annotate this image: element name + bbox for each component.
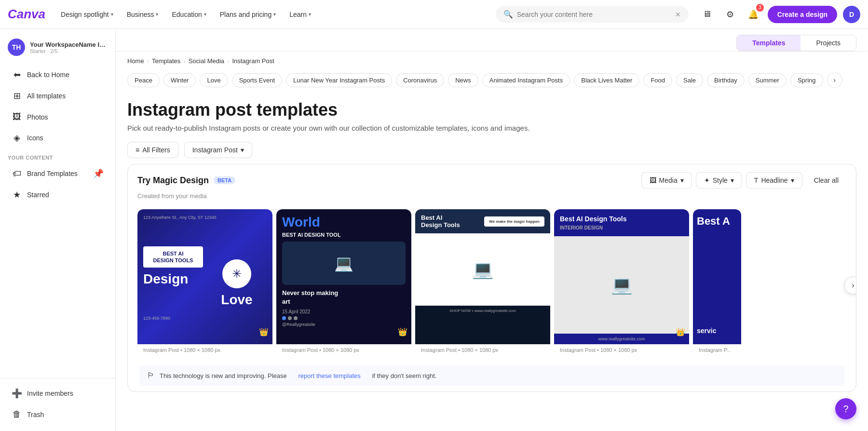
filter-coronavirus[interactable]: Coronavirus — [396, 73, 444, 87]
home-icon: ⬅ — [12, 69, 22, 80]
template-grid-wrapper: 123 Anywhere St., Any City, ST 12345 BES… — [128, 205, 856, 365]
tab-projects[interactable]: Projects — [800, 35, 856, 51]
notification-badge: 3 — [756, 4, 764, 12]
filter-love[interactable]: Love — [200, 73, 228, 87]
magic-design-section: Try Magic Design BETA 🖼 Media ▾ ✦ Style … — [127, 164, 856, 392]
filter-news[interactable]: News — [448, 73, 478, 87]
style-button[interactable]: ✦ Style ▾ — [696, 172, 742, 189]
premium-icon-4: 👑 — [676, 327, 685, 337]
notice-bar: 🏳 This technology is new and improving. … — [139, 365, 844, 386]
breadcrumb-templates[interactable]: Templates — [152, 57, 180, 65]
filter-bar: ≡ All Filters Instagram Post ▾ — [116, 136, 868, 164]
template-card-3[interactable]: Best AIDesign Tools We make the magic ha… — [415, 209, 550, 358]
template-footer-5: Instagram P... — [693, 344, 741, 358]
chevron-down-icon: ▾ — [156, 12, 158, 17]
report-templates-link[interactable]: report these templates — [298, 372, 360, 379]
template-footer-3: Instagram Post • 1080 × 1080 px — [415, 344, 550, 358]
sidebar-user: TH Your WorkspaceName Is ... Starter · 2… — [0, 35, 115, 60]
brand-icon: 🏷 — [12, 169, 22, 179]
beta-badge: BETA — [214, 176, 235, 184]
filter-winter[interactable]: Winter — [163, 73, 196, 87]
filter-sports-event[interactable]: Sports Event — [232, 73, 282, 87]
premium-icon-1: 👑 — [259, 327, 269, 337]
nav-learn[interactable]: Learn ▾ — [284, 8, 317, 21]
template-card-5[interactable]: Best A servic Instagram P... — [693, 209, 741, 358]
filter-food[interactable]: Food — [643, 73, 672, 87]
sidebar-item-icons[interactable]: ◈ Icons — [4, 128, 111, 148]
search-clear-icon[interactable]: ✕ — [675, 11, 681, 18]
filter-sale[interactable]: Sale — [676, 73, 703, 87]
sidebar-item-brand-templates[interactable]: 🏷 Brand Templates 📌 — [4, 163, 111, 184]
clear-all-button[interactable]: Clear all — [806, 173, 846, 188]
nav-business[interactable]: Business ▾ — [121, 8, 164, 21]
search-bar[interactable]: 🔍 ✕ — [496, 6, 689, 23]
monitor-icon[interactable]: 🖥 — [698, 6, 716, 23]
filter-next-button[interactable]: › — [827, 72, 842, 88]
tab-templates[interactable]: Templates — [737, 35, 800, 51]
sliders-icon: ≡ — [136, 146, 139, 154]
filter-summer[interactable]: Summer — [748, 73, 787, 87]
grid-icon[interactable]: ⚙ — [721, 6, 739, 23]
filter-lunar-new-year[interactable]: Lunar New Year Instagram Posts — [286, 73, 392, 87]
template-grid: 123 Anywhere St., Any City, ST 12345 BES… — [128, 205, 856, 365]
sidebar-item-all-templates[interactable]: ⊞ All templates — [4, 86, 111, 106]
create-design-button[interactable]: Create a design — [768, 6, 837, 23]
all-filters-button[interactable]: ≡ All Filters — [127, 142, 178, 158]
breadcrumb-home[interactable]: Home — [127, 57, 144, 65]
toggle-tabs: Templates Projects — [736, 35, 856, 51]
sidebar-item-trash[interactable]: 🗑 Trash — [4, 404, 111, 424]
template-footer-1: Instagram Post • 1080 × 1080 px — [137, 344, 272, 358]
filter-black-lives-matter[interactable]: Black Lives Matter — [574, 73, 639, 87]
chevron-down-icon: ▾ — [241, 146, 244, 154]
filter-peace[interactable]: Peace — [127, 73, 160, 87]
trash-icon: 🗑 — [12, 409, 22, 419]
template-card-1[interactable]: 123 Anywhere St., Any City, ST 12345 BES… — [137, 209, 272, 358]
chevron-down-icon: ▾ — [204, 12, 206, 17]
nav-plans[interactable]: Plans and pricing ▾ — [214, 8, 282, 21]
breadcrumb-social-media[interactable]: Social Media — [189, 57, 224, 65]
info-icon: 🏳 — [147, 371, 155, 380]
search-icon: 🔍 — [503, 10, 513, 19]
template-footer-4: Instagram Post • 1080 × 1080 px — [554, 344, 689, 358]
magic-design-title: Try Magic Design — [137, 175, 209, 186]
content-header-top: Templates Projects — [116, 29, 868, 52]
sidebar-item-invite-members[interactable]: ➕ Invite members — [4, 383, 111, 404]
user-avatar[interactable]: D — [843, 6, 860, 23]
sidebar-item-photos[interactable]: 🖼 Photos — [4, 107, 111, 127]
photos-icon: 🖼 — [12, 112, 22, 122]
media-button[interactable]: 🖼 Media ▾ — [641, 172, 692, 189]
app-layout: TH Your WorkspaceName Is ... Starter · 2… — [0, 29, 868, 431]
user-plan: Starter · 2/5 — [30, 48, 108, 54]
type-filter-button[interactable]: Instagram Post ▾ — [184, 142, 252, 158]
pin-icon: 📌 — [93, 168, 104, 179]
notification-btn[interactable]: 🔔 3 — [745, 6, 762, 23]
sidebar-item-back-to-home[interactable]: ⬅ Back to Home — [4, 65, 111, 85]
help-button[interactable]: ? — [835, 398, 856, 419]
template-card-4[interactable]: Best AI Design Tools INTERIOR DESIGN 💻 w… — [554, 209, 689, 358]
notice-text2: if they don't seem right. — [372, 372, 436, 379]
filter-animated-instagram-posts[interactable]: Animated Instagram Posts — [482, 73, 570, 87]
plus-icon: ➕ — [12, 388, 22, 399]
chevron-down-icon: ▾ — [111, 12, 113, 17]
filter-birthday[interactable]: Birthday — [707, 73, 745, 87]
magic-subtitle: Created from your media — [128, 192, 856, 205]
main-content: Templates Projects Home › Templates › So… — [116, 29, 868, 431]
filter-spring[interactable]: Spring — [790, 73, 823, 87]
sidebar: TH Your WorkspaceName Is ... Starter · 2… — [0, 29, 116, 431]
sidebar-item-starred[interactable]: ★ Starred — [4, 185, 111, 205]
logo[interactable]: Canva — [8, 7, 45, 22]
template-card-2[interactable]: World BEST AI DESIGN TOOL 💻 Never stop m… — [276, 209, 411, 358]
nav-design-spotlight[interactable]: Design spotlight ▾ — [55, 8, 119, 21]
filter-tags: Peace Winter Love Sports Event Lunar New… — [116, 68, 868, 92]
chevron-down-icon: ▾ — [791, 176, 794, 184]
search-input[interactable] — [517, 11, 671, 18]
nav-education[interactable]: Education ▾ — [166, 8, 212, 21]
sidebar-footer: ➕ Invite members 🗑 Trash — [0, 378, 115, 425]
magic-header: Try Magic Design BETA 🖼 Media ▾ ✦ Style … — [128, 164, 856, 192]
headline-button[interactable]: T Headline ▾ — [746, 172, 802, 189]
user-name: Your WorkspaceName Is ... — [30, 41, 108, 48]
grid-icon: ⊞ — [12, 91, 22, 101]
template-preview-2: World BEST AI DESIGN TOOL 💻 Never stop m… — [276, 209, 411, 344]
magic-title-row: Try Magic Design BETA — [137, 175, 235, 186]
style-icon: ✦ — [704, 176, 710, 184]
